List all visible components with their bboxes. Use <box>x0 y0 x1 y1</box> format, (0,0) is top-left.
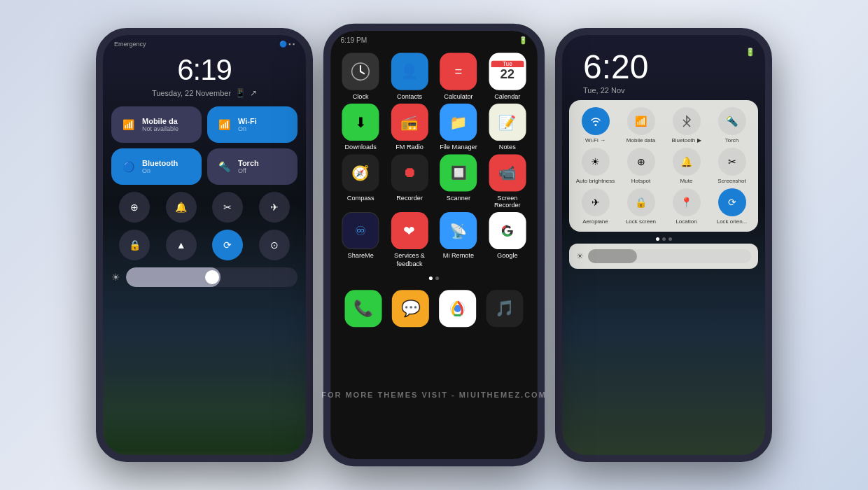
app-scanner[interactable]: 🔲 Scanner <box>435 154 482 209</box>
app-notes[interactable]: 📝 Notes <box>484 104 531 151</box>
hotspot-btn[interactable]: ⊕ <box>119 192 150 223</box>
qt-mobile-icon: 📶 <box>627 107 655 135</box>
dock-messages[interactable]: 💬 <box>392 290 429 327</box>
contacts-icon: 👤 <box>391 53 428 90</box>
phone3-time: 6:20 <box>572 41 659 86</box>
app-calculator[interactable]: = Calculator <box>435 53 482 101</box>
qt-location-label: Location <box>676 218 696 225</box>
phone1-emergency: Emergency <box>114 41 146 48</box>
bluetooth-label: Bluetooth <box>142 159 178 167</box>
qt-wifi-icon <box>582 107 610 135</box>
phone3-screen: 6:20 Tue, 22 Nov 🔋 <box>562 35 765 455</box>
phone1-control-grid: 📶 Mobile da Not available 📶 Wi-Fi On <box>111 106 298 185</box>
phone3-page-dots <box>562 237 765 241</box>
bluetooth-tile[interactable]: 🔵 Bluetooth On <box>111 148 202 185</box>
scanner-icon: 🔲 <box>440 154 477 191</box>
notes-label: Notes <box>499 144 516 151</box>
qt-torch[interactable]: 🔦 Torch <box>711 107 752 144</box>
phone3-brightness-bar[interactable] <box>588 249 751 263</box>
app-downloads[interactable]: ⬇ Downloads <box>337 104 384 151</box>
services-label: Services & feedback <box>391 252 428 267</box>
app-shareme[interactable]: ♾ ShareMe <box>337 212 384 267</box>
fm-radio-label: FM Radio <box>396 144 424 151</box>
phone1-icon-row1: ⊕ 🔔 ✂ ✈ <box>111 192 298 223</box>
fm-radio-icon: 📻 <box>391 104 428 141</box>
qt-lock-screen[interactable]: 🔒 Lock screen <box>620 188 662 225</box>
scanner-label: Scanner <box>447 194 470 202</box>
torch-icon: 🔦 <box>216 158 232 175</box>
wifi-icon: 📶 <box>216 116 232 133</box>
calculator-icon: = <box>440 53 477 90</box>
qt-aeroplane[interactable]: ✈ Aeroplane <box>575 188 616 225</box>
qt-hotspot[interactable]: ⊕ Hotspot <box>620 148 662 184</box>
dock-music[interactable]: 🎵 <box>486 290 523 327</box>
app-contacts[interactable]: 👤 Contacts <box>386 53 433 101</box>
qt-mobile[interactable]: 📶 Mobile data <box>620 107 662 144</box>
app-mi-remote[interactable]: 📡 Mi Remote <box>435 212 482 267</box>
screen-recorder-icon: 📹 <box>489 154 526 191</box>
app-services[interactable]: ❤ Services & feedback <box>386 212 433 267</box>
qt-torch-icon: 🔦 <box>718 107 746 135</box>
app-google[interactable]: Google <box>484 212 531 267</box>
qt-bluetooth[interactable]: Bluetooth ▶ <box>666 107 707 144</box>
phone3-quick-tiles: Wi-Fi → 📶 Mobile data Bluetooth ▶ 🔦 <box>569 100 758 232</box>
phones-container: Emergency 🔵 ▪ ▪ 6:19 Tuesday, 22 Novembe… <box>0 0 868 490</box>
notes-icon: 📝 <box>489 104 526 141</box>
nav-btn[interactable]: ▲ <box>166 230 197 260</box>
qt-location[interactable]: 📍 Location <box>666 188 707 225</box>
phone2-battery: 🔋 <box>519 36 527 44</box>
bluetooth-status: On <box>142 167 178 174</box>
clock-label: Clock <box>353 93 369 101</box>
torch-tile[interactable]: 🔦 Torch Off <box>207 148 298 185</box>
app-compass[interactable]: 🧭 Compass <box>337 154 384 209</box>
compass-icon: 🧭 <box>342 154 379 191</box>
svg-line-2 <box>360 71 364 74</box>
app-fm-radio[interactable]: 📻 FM Radio <box>386 104 433 151</box>
brightness3-icon: ☀ <box>576 251 584 261</box>
phone3-brightness-row: ☀ <box>569 244 758 269</box>
services-icon: ❤ <box>391 212 428 249</box>
qt-aeroplane-label: Aeroplane <box>582 218 608 225</box>
app-file-manager[interactable]: 📁 File Manager <box>435 104 482 151</box>
app-recorder[interactable]: ⏺ Recorder <box>386 154 433 209</box>
phone1-date: Tuesday, 22 November 📱 ↗ <box>103 88 306 98</box>
qt-auto-brightness-label: Auto brightness <box>576 178 615 184</box>
scissors-btn[interactable]: ✂ <box>212 192 243 223</box>
qt-auto-brightness[interactable]: ☀ Auto brightness <box>575 148 616 184</box>
qt-screenshot-icon: ✂ <box>718 148 746 176</box>
phone1-brightness-bar[interactable] <box>126 267 298 287</box>
app-screen-recorder[interactable]: 📹 Screen Recorder <box>484 154 531 209</box>
mobile-data-status: Not available <box>142 125 178 132</box>
file-manager-icon: 📁 <box>440 104 477 141</box>
wifi-tile[interactable]: 📶 Wi-Fi On <box>207 106 298 143</box>
page-dots <box>330 276 538 280</box>
mi-remote-icon: 📡 <box>440 212 477 249</box>
dock-phone[interactable]: 📞 <box>345 290 382 327</box>
app-clock[interactable]: Clock <box>337 53 384 101</box>
phone1-status-bar: Emergency 🔵 ▪ ▪ <box>103 35 306 50</box>
mobile-data-tile[interactable]: 📶 Mobile da Not available <box>111 106 202 143</box>
wifi-label: Wi-Fi <box>238 117 257 125</box>
airplane-btn[interactable]: ✈ <box>259 192 290 223</box>
qt-wifi-label: Wi-Fi → <box>585 137 606 144</box>
qt-mute[interactable]: 🔔 Mute <box>666 148 707 184</box>
contacts-label: Contacts <box>397 93 422 101</box>
qt-mobile-label: Mobile data <box>626 137 655 144</box>
phone-1: Emergency 🔵 ▪ ▪ 6:19 Tuesday, 22 Novembe… <box>96 28 313 462</box>
qt-torch-label: Torch <box>725 137 739 144</box>
dock-chrome[interactable] <box>439 290 476 327</box>
qt-lock-orient[interactable]: ⟳ Lock orien... <box>711 188 752 225</box>
qt-screenshot[interactable]: ✂ Screenshot <box>711 148 752 184</box>
phone2-time: 6:19 PM <box>340 36 367 44</box>
calendar-label: Calendar <box>494 93 520 101</box>
mobile-data-label: Mobile da <box>142 117 178 125</box>
record-btn[interactable]: ⊙ <box>259 230 290 260</box>
bell-btn[interactable]: 🔔 <box>166 192 197 223</box>
qt-auto-brightness-icon: ☀ <box>582 148 610 176</box>
qt-aeroplane-icon: ✈ <box>582 188 610 216</box>
qt-hotspot-icon: ⊕ <box>627 148 655 176</box>
app-calendar[interactable]: Tue 22 Calendar <box>484 53 531 101</box>
lock-btn[interactable]: 🔒 <box>119 230 150 260</box>
qt-wifi[interactable]: Wi-Fi → <box>575 107 616 144</box>
orient-btn[interactable]: ⟳ <box>212 230 243 260</box>
